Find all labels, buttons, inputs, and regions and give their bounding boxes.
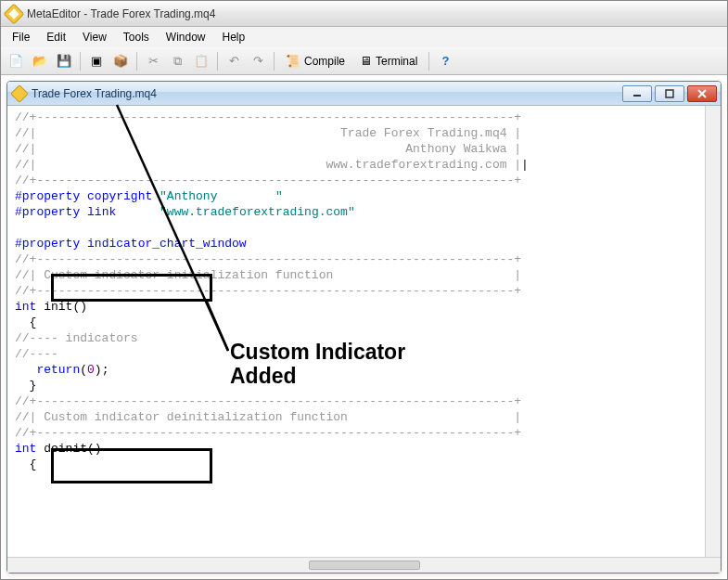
box-icon: 📦 bbox=[113, 55, 128, 67]
toolbox-button[interactable]: 📦 bbox=[109, 50, 132, 72]
code-token: } bbox=[15, 379, 36, 393]
minimize-icon bbox=[632, 90, 642, 97]
code-line: //+-------------------------------------… bbox=[15, 394, 521, 408]
cut-icon: ✂ bbox=[148, 55, 159, 67]
code-token: #property bbox=[15, 237, 80, 251]
code-token: "www.tradeforextrading.com" bbox=[160, 205, 355, 219]
scrollbar-thumb[interactable] bbox=[309, 561, 420, 570]
help-icon: ? bbox=[441, 55, 449, 67]
maximize-button[interactable] bbox=[655, 85, 684, 102]
code-token: indicator_chart_window bbox=[87, 237, 247, 251]
mdi-area: Trade Forex Trading.mq4 //+-------------… bbox=[1, 75, 727, 579]
menu-help[interactable]: Help bbox=[215, 29, 253, 45]
code-line: //| www.tradeforextrading.com | bbox=[15, 158, 521, 172]
code-token: return bbox=[15, 363, 80, 377]
close-button[interactable] bbox=[687, 85, 717, 102]
copy-icon: ⧉ bbox=[173, 55, 182, 67]
code-token: link bbox=[87, 205, 116, 219]
code-token: 0 bbox=[87, 363, 95, 377]
panel-icon: ▣ bbox=[91, 55, 102, 67]
terminal-label: Terminal bbox=[376, 55, 417, 68]
file-icon bbox=[10, 84, 29, 103]
code-token: #property bbox=[15, 189, 80, 203]
code-line: //+-------------------------------------… bbox=[15, 252, 521, 266]
menu-window[interactable]: Window bbox=[159, 29, 213, 45]
undo-button[interactable]: ↶ bbox=[223, 50, 245, 72]
open-folder-icon: 📂 bbox=[32, 55, 47, 67]
code-token: deinit() bbox=[44, 442, 101, 456]
code-line: //| Anthony Waikwa | bbox=[15, 142, 521, 156]
terminal-button[interactable]: 🖥 Terminal bbox=[353, 50, 424, 72]
code-token: #property bbox=[15, 205, 80, 219]
code-editor[interactable]: //+-------------------------------------… bbox=[7, 106, 705, 557]
code-line: //---- bbox=[15, 347, 58, 361]
code-line: //+-------------------------------------… bbox=[15, 426, 521, 440]
code-line: //+-------------------------------------… bbox=[15, 174, 521, 187]
title-bar: MetaEditor - Trade Forex Trading.mq4 bbox=[1, 1, 727, 27]
menu-file[interactable]: File bbox=[5, 29, 37, 45]
new-file-icon: 📄 bbox=[8, 55, 23, 67]
horizontal-scrollbar[interactable] bbox=[7, 557, 721, 573]
code-line: //+-------------------------------------… bbox=[15, 110, 521, 124]
menu-view[interactable]: View bbox=[75, 29, 114, 45]
code-line: //| Trade Forex Trading.mq4 | bbox=[15, 126, 521, 140]
compile-icon: 📜 bbox=[286, 55, 300, 67]
code-token: ); bbox=[95, 363, 109, 377]
toolbar-separator bbox=[428, 52, 429, 71]
editor-title-bar[interactable]: Trade Forex Trading.mq4 bbox=[7, 82, 721, 106]
save-icon: 💾 bbox=[57, 55, 71, 67]
compile-button[interactable]: 📜 Compile bbox=[279, 50, 351, 72]
cut-button[interactable]: ✂ bbox=[142, 50, 164, 72]
code-token: "Anthony " bbox=[160, 189, 283, 203]
toolbar-separator bbox=[80, 52, 81, 71]
navigator-button[interactable]: ▣ bbox=[85, 50, 108, 72]
terminal-icon: 🖥 bbox=[360, 55, 372, 67]
menu-bar: File Edit View Tools Window Help bbox=[1, 27, 727, 47]
code-token: init() bbox=[44, 300, 87, 314]
code-token: { bbox=[15, 316, 36, 329]
menu-tools[interactable]: Tools bbox=[116, 29, 157, 45]
code-token: ( bbox=[80, 363, 87, 377]
editor-window: Trade Forex Trading.mq4 //+-------------… bbox=[6, 81, 722, 574]
code-token: { bbox=[15, 458, 36, 471]
paste-icon: 📋 bbox=[194, 55, 209, 67]
code-line: //+-------------------------------------… bbox=[15, 284, 521, 298]
new-file-button[interactable]: 📄 bbox=[5, 50, 27, 72]
code-token: copyright bbox=[87, 189, 152, 203]
open-file-button[interactable]: 📂 bbox=[29, 50, 51, 72]
editor-file-title: Trade Forex Trading.mq4 bbox=[32, 87, 622, 100]
toolbar-separator bbox=[136, 52, 137, 71]
code-viewport: //+-------------------------------------… bbox=[7, 106, 721, 557]
app-icon bbox=[4, 3, 25, 24]
code-token: int bbox=[15, 300, 36, 314]
redo-button[interactable]: ↷ bbox=[247, 50, 269, 72]
close-icon bbox=[697, 89, 707, 98]
window-title: MetaEditor - Trade Forex Trading.mq4 bbox=[27, 7, 215, 20]
toolbar: 📄 📂 💾 ▣ 📦 ✂ ⧉ 📋 ↶ ↷ 📜 Compile 🖥 Terminal… bbox=[1, 47, 727, 75]
redo-icon: ↷ bbox=[253, 55, 263, 67]
code-line: //| Custom indicator deinitialization fu… bbox=[15, 410, 521, 424]
vertical-scrollbar[interactable] bbox=[705, 106, 721, 557]
help-button[interactable]: ? bbox=[434, 50, 456, 72]
save-button[interactable]: 💾 bbox=[53, 50, 75, 72]
toolbar-separator bbox=[274, 52, 275, 71]
compile-label: Compile bbox=[304, 55, 345, 68]
code-line: //| Custom indicator initialization func… bbox=[15, 268, 521, 282]
paste-button[interactable]: 📋 bbox=[190, 50, 212, 72]
svg-rect-1 bbox=[666, 90, 673, 97]
undo-icon: ↶ bbox=[229, 55, 239, 67]
minimize-button[interactable] bbox=[622, 85, 652, 102]
menu-edit[interactable]: Edit bbox=[39, 29, 73, 45]
code-line: //---- indicators bbox=[15, 331, 138, 345]
maximize-icon bbox=[665, 89, 674, 98]
copy-button[interactable]: ⧉ bbox=[166, 50, 188, 72]
code-token: int bbox=[15, 442, 36, 456]
toolbar-separator bbox=[217, 52, 218, 71]
